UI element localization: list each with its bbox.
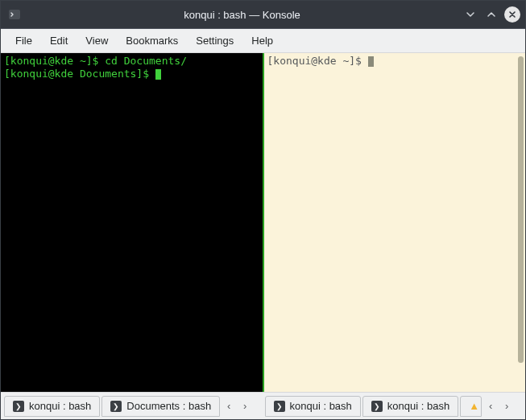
- terminal-icon: ❯: [371, 401, 383, 412]
- svg-rect-0: [9, 10, 20, 19]
- terminal-pane-right[interactable]: [konqui@kde ~]$: [264, 53, 526, 392]
- tab-right-1[interactable]: ❯ konqui : bash: [362, 396, 458, 417]
- tab-label: konqui : bash: [290, 400, 352, 412]
- tab-left-0[interactable]: ❯ konqui : bash: [4, 396, 100, 417]
- terminal-icon: ❯: [13, 401, 24, 412]
- konsole-app-icon: [7, 7, 22, 22]
- minimize-button[interactable]: [462, 6, 478, 23]
- tab-scroll-right[interactable]: ›: [238, 396, 252, 417]
- menu-edit[interactable]: Edit: [42, 31, 76, 50]
- tab-label: konqui : bash: [29, 400, 91, 412]
- cursor: [155, 69, 161, 80]
- prompt: [konqui@kde ~]$: [4, 55, 105, 67]
- tab-label: Documents : bash: [126, 400, 211, 412]
- menu-bookmarks[interactable]: Bookmarks: [118, 31, 186, 50]
- tab-group-left: ❯ konqui : bash ❯ Documents : bash ‹ ›: [4, 394, 262, 418]
- tab-bar: ❯ konqui : bash ❯ Documents : bash ‹ › ❯…: [1, 392, 525, 419]
- command-text: cd Documents/: [105, 55, 187, 67]
- tab-group-right: ❯ konqui : bash ❯ konqui : bash ▲ ‹ ›: [265, 394, 523, 418]
- terminal-icon: ❯: [274, 401, 285, 412]
- tab-scroll-left[interactable]: ‹: [222, 396, 236, 417]
- menu-help[interactable]: Help: [243, 31, 281, 50]
- terminal-icon: ❯: [110, 401, 122, 412]
- tab-right-0[interactable]: ❯ konqui : bash: [265, 396, 361, 417]
- terminal-pane-left[interactable]: [konqui@kde ~]$ cd Documents/ [konqui@kd…: [1, 53, 264, 392]
- prompt: [konqui@kde Documents]$: [4, 68, 155, 80]
- tab-scroll-left[interactable]: ‹: [483, 396, 498, 417]
- prompt: [konqui@kde ~]$: [267, 55, 368, 67]
- menu-file[interactable]: File: [7, 31, 40, 50]
- titlebar: konqui : bash — Konsole: [1, 1, 525, 28]
- cursor: [368, 56, 374, 67]
- tab-scroll-right[interactable]: ›: [499, 396, 514, 417]
- tab-right-2-partial[interactable]: ▲: [460, 396, 482, 417]
- menu-settings[interactable]: Settings: [188, 31, 242, 50]
- window-controls: [462, 6, 520, 23]
- tab-label: konqui : bash: [387, 400, 449, 412]
- tab-left-1[interactable]: ❯ Documents : bash: [101, 396, 220, 417]
- menu-view[interactable]: View: [77, 31, 116, 50]
- maximize-button[interactable]: [483, 6, 499, 23]
- notification-bell-icon: ▲: [469, 400, 479, 412]
- close-button[interactable]: [504, 6, 520, 23]
- scrollbar[interactable]: [518, 56, 524, 363]
- terminal-split: [konqui@kde ~]$ cd Documents/ [konqui@kd…: [1, 53, 525, 392]
- menubar: File Edit View Bookmarks Settings Help: [1, 29, 525, 53]
- window-title: konqui : bash — Konsole: [28, 9, 456, 21]
